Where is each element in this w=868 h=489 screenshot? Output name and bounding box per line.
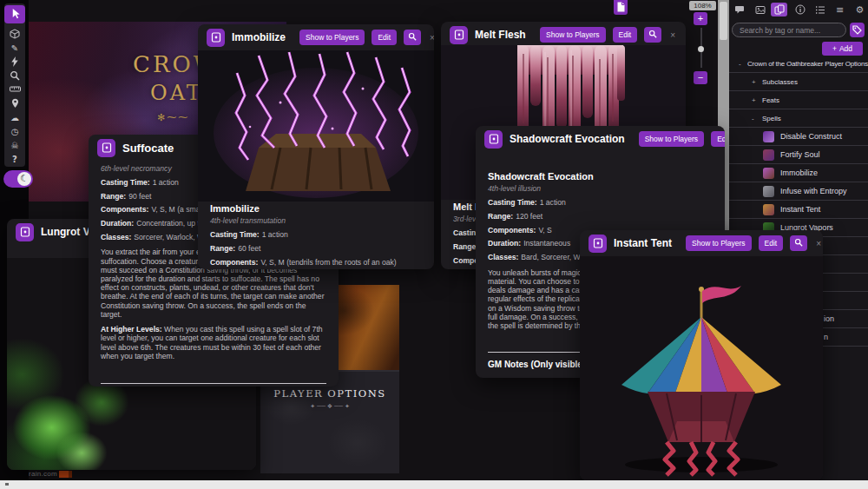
lightning-tool-button[interactable] — [4, 56, 25, 69]
add-entry-button[interactable]: + Add — [822, 42, 863, 56]
menu-icon[interactable]: ≡ — [832, 3, 848, 17]
pencil-tool-button[interactable]: ✎ — [4, 42, 25, 55]
sidebar-item-immobilize[interactable]: Immobilize — [729, 164, 868, 182]
pin-icon — [11, 98, 19, 110]
bottom-edge-tick — [5, 483, 9, 486]
spell-card-icon — [450, 26, 468, 44]
cloud-tool-button[interactable]: ☁ — [4, 111, 25, 124]
cube-tool-button[interactable] — [4, 28, 25, 41]
initiative-list-icon[interactable] — [812, 3, 828, 17]
show-to-players-button[interactable]: Show to Players — [299, 30, 365, 45]
add-button-label: Add — [839, 44, 852, 53]
tree-group-label: Feats — [762, 96, 779, 104]
stat-range: Range:120 feet — [488, 212, 713, 221]
clock-icon: ◷ — [11, 127, 19, 136]
spell-item-label: Instant Tent — [780, 205, 820, 214]
close-icon[interactable]: × — [428, 33, 434, 43]
info-icon[interactable] — [792, 3, 808, 17]
edit-button[interactable]: Edit — [711, 131, 725, 147]
edit-button[interactable]: Edit — [613, 27, 638, 43]
sidebar-item-instant-tent[interactable]: Instant Tent — [729, 201, 868, 219]
vertical-scrollbar-thumb[interactable] — [720, 2, 727, 40]
spell-item-label-fragment: n — [824, 333, 828, 341]
help-tool-button[interactable]: ? — [4, 153, 25, 166]
stat-casting-time: Casting Time:1 action — [488, 198, 713, 207]
cards-icon[interactable] — [771, 3, 787, 17]
skull-icon: ☠ — [11, 141, 19, 150]
show-to-players-button[interactable]: Show to Players — [639, 131, 704, 147]
collapse-icon[interactable]: - — [739, 60, 742, 68]
journal-page-button[interactable] — [614, 0, 628, 15]
question-icon: ? — [12, 155, 17, 164]
show-to-players-button[interactable]: Show to Players — [540, 27, 605, 43]
spell-item-label: Fortify Soul — [780, 150, 820, 159]
zoom-tool-button[interactable] — [4, 69, 25, 83]
collapse-icon[interactable]: - — [752, 115, 757, 122]
day-night-toggle[interactable]: ☾ — [3, 170, 33, 188]
skull-tool-button[interactable]: ☠ — [4, 139, 25, 152]
settings-gear-icon[interactable]: ⚙ — [852, 3, 868, 17]
expand-icon[interactable]: + — [752, 96, 757, 104]
images-icon[interactable] — [752, 3, 768, 17]
sidebar-item-infuse-with-entropy[interactable]: Infuse with Entropy — [729, 182, 868, 201]
cube-icon — [10, 29, 20, 41]
magnifier-icon — [648, 31, 657, 40]
window-title: Instant Tent — [614, 237, 672, 249]
magnifier-button[interactable] — [404, 30, 421, 45]
tree-group-feats[interactable]: + Feats — [729, 91, 868, 109]
sidebar-item-disable-construct[interactable]: Disable Construct — [729, 128, 868, 146]
zoom-level-label: 108% — [689, 1, 716, 10]
spell-item-label: Immobilize — [780, 169, 818, 177]
spell-card-icon — [484, 130, 503, 149]
show-to-players-button[interactable]: Show to Players — [686, 235, 751, 251]
window-titlebar[interactable]: Instant Tent Show to Players Edit × — [580, 230, 823, 256]
tree-root-label: Crown of the Oathbreaker Player Options — [747, 60, 868, 68]
expand-icon[interactable]: + — [752, 78, 757, 86]
chat-icon[interactable] — [732, 3, 748, 17]
magnifier-icon — [10, 70, 20, 83]
pin-tool-button[interactable] — [4, 97, 25, 110]
window-titlebar[interactable]: Immobilize Show to Players Edit × — [198, 24, 434, 50]
spell-thumbnail-icon — [763, 168, 774, 179]
magnifier-button[interactable] — [790, 235, 807, 251]
zoom-in-button[interactable]: + — [694, 12, 707, 25]
tag-icon — [852, 24, 862, 37]
ruler-tool-button[interactable] — [4, 83, 25, 96]
search-input[interactable] — [732, 23, 846, 37]
edit-button[interactable]: Edit — [759, 235, 784, 251]
spell-card-icon — [207, 29, 225, 47]
close-icon[interactable]: × — [668, 30, 677, 40]
ruler-icon — [10, 85, 21, 95]
immobilize-artwork — [198, 50, 434, 202]
tree-group-subclasses[interactable]: + Subclasses — [729, 73, 868, 91]
tree-group-label: Subclasses — [762, 78, 798, 86]
pointer-tool-button[interactable] — [4, 5, 25, 23]
magnifier-button[interactable] — [644, 27, 661, 43]
clock-tool-button[interactable]: ◷ — [4, 125, 25, 138]
spell-thumbnail-icon — [763, 131, 774, 142]
tool-column: ✎ ☁ ◷ ☠ ? — [4, 3, 25, 167]
window-titlebar[interactable]: Shadowcraft Evocation Show to Players Ed… — [476, 126, 725, 152]
tree-group-spells[interactable]: - Spells — [729, 109, 868, 128]
spell-school: 4th-level illusion — [488, 184, 713, 193]
cover-flourish: ✻⁓⁓ — [157, 112, 189, 123]
zoom-slider-handle[interactable] — [698, 46, 704, 52]
window-bottom-edge — [0, 480, 868, 489]
spell-card-icon — [97, 139, 115, 157]
lightning-icon — [10, 56, 19, 69]
app-screen: CROWN OATH ✻⁓⁓ Player Options ✦ ── ❖ ── … — [0, 0, 868, 489]
window-titlebar[interactable]: Melt Flesh Show to Players Edit × — [441, 22, 686, 48]
elderbrain-logo — [59, 471, 72, 478]
tag-filter-button[interactable] — [850, 23, 865, 37]
window-immobilize: Immobilize Show to Players Edit × — [198, 24, 434, 269]
sidebar-item-fortify-soul[interactable]: Fortify Soul — [729, 146, 868, 164]
spell-item-label: Infuse with Entropy — [780, 187, 847, 195]
stat-range: Range:60 feet — [210, 244, 422, 253]
spell-name-heading: Immobilize — [210, 203, 422, 215]
edit-button[interactable]: Edit — [372, 30, 397, 45]
divider — [101, 383, 326, 384]
tree-root-crown-of-the-oathbreaker[interactable]: - Crown of the Oathbreaker Player Option… — [729, 56, 868, 73]
close-icon[interactable]: × — [814, 239, 823, 248]
zoom-out-button[interactable]: − — [694, 71, 707, 84]
tree-group-label: Spells — [762, 115, 781, 122]
